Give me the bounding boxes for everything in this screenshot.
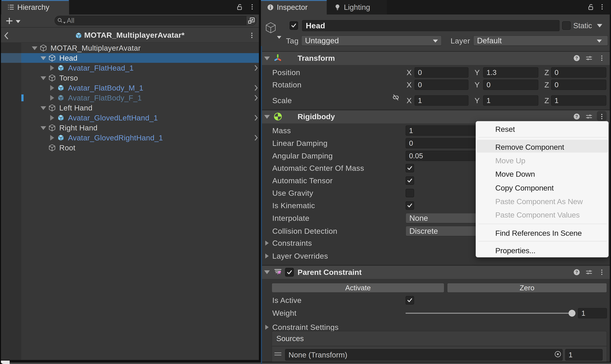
svg-text:?: ? bbox=[575, 270, 578, 274]
svg-text:?: ? bbox=[575, 114, 578, 119]
svg-text:?: ? bbox=[575, 56, 578, 60]
